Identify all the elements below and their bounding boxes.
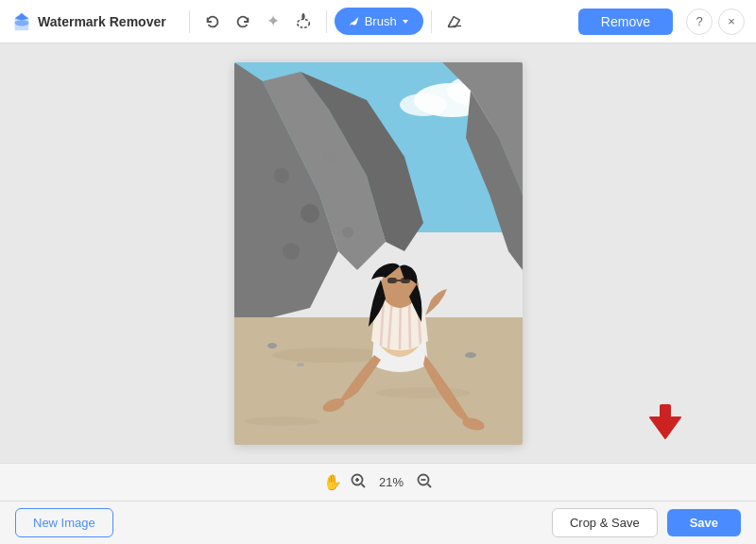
app-logo: Watermark Remover — [11, 11, 166, 32]
svg-point-12 — [272, 348, 386, 363]
toolbar: Watermark Remover ✦ Brush — [0, 0, 756, 43]
svg-point-10 — [342, 227, 353, 238]
crop-save-button[interactable]: Crop & Save — [552, 508, 658, 537]
svg-point-7 — [301, 204, 319, 223]
svg-point-14 — [244, 416, 319, 426]
svg-point-17 — [465, 352, 476, 358]
redo-icon — [234, 13, 251, 30]
eraser-icon — [446, 13, 463, 30]
svg-point-6 — [274, 168, 289, 183]
lasso-icon — [295, 13, 312, 30]
undo-icon — [204, 13, 221, 30]
app-title: Watermark Remover — [38, 14, 166, 29]
svg-line-31 — [362, 484, 366, 488]
svg-rect-25 — [387, 278, 397, 283]
eraser-button[interactable] — [439, 7, 470, 37]
zoom-control: ✋ 21% — [323, 472, 433, 492]
toolbar-divider-2 — [326, 10, 327, 33]
save-button[interactable]: Save — [667, 509, 741, 536]
toolbar-actions: ? × — [686, 8, 745, 35]
app-logo-icon — [11, 11, 32, 32]
svg-point-0 — [297, 19, 309, 27]
svg-point-15 — [267, 343, 277, 348]
zoom-out-icon[interactable] — [416, 472, 433, 492]
remove-button[interactable]: Remove — [578, 8, 673, 35]
footer-right-actions: Crop & Save Save — [552, 508, 741, 537]
svg-line-35 — [428, 484, 432, 488]
footer-bar: New Image Crop & Save Save — [0, 501, 756, 544]
undo-button[interactable] — [198, 7, 228, 37]
svg-point-4 — [400, 94, 447, 116]
svg-line-22 — [409, 298, 410, 348]
close-button[interactable]: × — [718, 8, 745, 35]
zoom-level: 21% — [374, 475, 408, 489]
toolbar-divider-3 — [431, 10, 432, 33]
svg-point-13 — [376, 387, 471, 399]
redo-button[interactable] — [228, 7, 258, 37]
svg-point-16 — [297, 363, 304, 366]
star-icon: ✦ — [266, 11, 280, 31]
brush-button[interactable]: Brush — [335, 8, 423, 35]
new-image-button[interactable]: New Image — [15, 508, 113, 537]
brush-label: Brush — [365, 14, 397, 28]
brush-dropdown-icon — [401, 17, 410, 26]
zoom-in-icon[interactable] — [350, 472, 367, 492]
status-bar: ✋ 21% — [0, 463, 756, 501]
lasso-button[interactable] — [288, 7, 318, 37]
star-button[interactable]: ✦ — [258, 7, 288, 37]
image-display — [234, 62, 523, 445]
hand-tool-icon[interactable]: ✋ — [323, 473, 342, 491]
svg-point-8 — [322, 150, 335, 163]
canvas-area — [0, 43, 756, 463]
beach-image — [234, 62, 523, 445]
brush-icon — [348, 15, 361, 28]
svg-point-9 — [283, 243, 300, 260]
toolbar-divider — [189, 10, 190, 33]
help-button[interactable]: ? — [686, 8, 713, 35]
